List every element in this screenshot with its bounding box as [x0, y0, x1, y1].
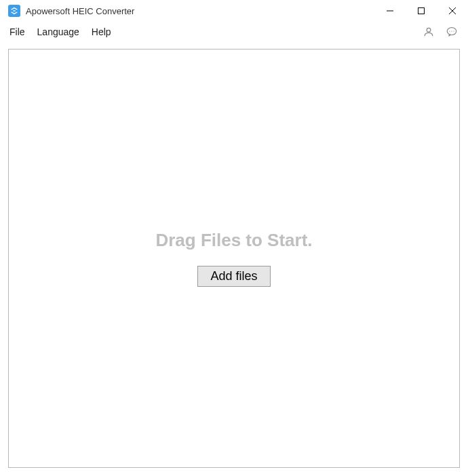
menu-language[interactable]: Language: [37, 26, 79, 37]
window-controls: [374, 0, 468, 22]
svg-point-8: [454, 31, 454, 32]
menubar-right: [422, 25, 459, 39]
drop-area[interactable]: Drag Files to Start. Add files: [8, 49, 460, 468]
chat-icon[interactable]: [445, 25, 459, 39]
svg-point-7: [451, 31, 452, 32]
content-area: Drag Files to Start. Add files: [0, 42, 468, 476]
add-files-button[interactable]: Add files: [197, 266, 270, 287]
menubar-left: File Language Help: [9, 26, 111, 37]
svg-point-4: [427, 28, 431, 32]
drop-instruction-text: Drag Files to Start.: [155, 230, 312, 251]
app-title: Apowersoft HEIC Converter: [26, 6, 134, 16]
menu-help[interactable]: Help: [92, 26, 111, 37]
minimize-button[interactable]: [374, 0, 406, 22]
app-window: Apowersoft HEIC Converter File Language …: [0, 0, 468, 476]
titlebar: Apowersoft HEIC Converter: [0, 0, 468, 22]
app-icon: [8, 5, 20, 17]
titlebar-left: Apowersoft HEIC Converter: [8, 5, 134, 17]
menubar: File Language Help: [0, 22, 468, 42]
maximize-button[interactable]: [406, 0, 437, 22]
svg-point-6: [449, 31, 450, 32]
close-button[interactable]: [437, 0, 468, 22]
menu-file[interactable]: File: [9, 26, 25, 37]
svg-rect-1: [418, 8, 425, 14]
user-icon[interactable]: [422, 25, 435, 39]
